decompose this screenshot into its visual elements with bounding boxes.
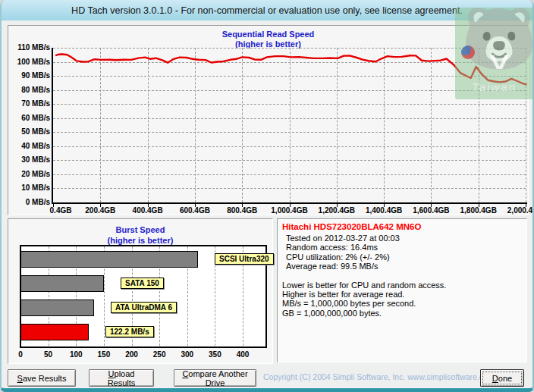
y-axis-line — [52, 48, 53, 202]
burst-plot: 050100150200250300350400SCSI Ultra320SAT… — [8, 219, 272, 363]
x-axis-label: 400.4GB — [133, 206, 163, 215]
window-title: HD Tach version 3.0.1.0 - For non-commer… — [71, 5, 463, 16]
x-axis-label: 300 — [181, 350, 193, 359]
hd-tach-window: HD Tach version 3.0.1.0 - For non-commer… — [0, 0, 534, 392]
v-gridline — [337, 48, 338, 202]
x-axis-label: 400 — [237, 350, 250, 359]
y-axis-label: 90 MB/s — [8, 71, 50, 80]
burst-bar-label: SATA 150 — [121, 278, 164, 289]
y-axis-label: 100 MB/s — [8, 58, 50, 66]
x-axis-label: 600.4GB — [180, 206, 210, 215]
x-axis-label: 1,800.4GB — [460, 206, 497, 215]
v-gridline — [100, 48, 101, 202]
x-axis-label: 0 — [18, 350, 23, 359]
title-bar[interactable]: HD Tach version 3.0.1.0 - For non-commer… — [2, 0, 532, 20]
read-speed-line — [8, 26, 529, 215]
info-note-line: MB/s = 1,000,000 bytes per second. — [282, 299, 523, 308]
y-axis-label: 80 MB/s — [8, 86, 50, 94]
sequential-read-chart-panel: Sequential Read Speed (higher is better)… — [8, 25, 529, 215]
info-gap — [282, 271, 523, 281]
x-axis-label: 1,400.4GB — [366, 206, 402, 215]
v-gridline — [195, 48, 196, 202]
v-gridline — [431, 48, 432, 202]
x-axis-label: 250 — [153, 350, 166, 359]
x-axis-label: 350 — [209, 350, 221, 359]
copyright-text: Copyright (C) 2004 Simpli Software, Inc.… — [263, 372, 476, 381]
x-axis-label: 1,200.4GB — [319, 206, 355, 215]
info-detail-line: Tested on 2012-03-27 at 00:03 — [282, 234, 523, 243]
x-axis-label: 800.4GB — [227, 206, 257, 215]
v-gridline — [526, 48, 526, 202]
info-note-line: Lower is better for CPU and random acces… — [282, 281, 523, 290]
y-axis-label: 70 MB/s — [8, 99, 50, 108]
burst-bar-label: 122.2 MB/s — [105, 326, 154, 337]
compare-another-drive-button[interactable]: Compare Another Drive — [174, 369, 256, 387]
x-axis-label: 200.4GB — [85, 206, 115, 215]
save-results-button[interactable]: Save Results — [8, 369, 76, 387]
x-axis-label: 50 — [44, 350, 52, 359]
y-axis-label: 0 MB/s — [8, 198, 50, 206]
v-gridline — [148, 48, 149, 202]
y-axis-label: 110 MB/s — [8, 43, 50, 52]
y-axis-label: 40 MB/s — [8, 142, 50, 150]
burst-bar — [20, 251, 198, 268]
drive-info-panel: Hitachi HDS723020BLA642 MN6O Tested on 2… — [277, 218, 527, 362]
info-note-line: Higher is better for average read. — [282, 290, 523, 299]
burst-bar — [20, 299, 94, 316]
info-detail-line: Average read: 99.5 MB/s — [282, 262, 523, 271]
x-axis-label: 200 — [125, 350, 138, 359]
x-axis-label: 150 — [98, 350, 111, 359]
x-axis-line — [52, 202, 527, 204]
v-gridline — [242, 48, 243, 202]
info-lines: Tested on 2012-03-27 at 00:03Random acce… — [282, 234, 523, 318]
y-axis-label: 10 MB/s — [8, 183, 50, 192]
v-gridline — [384, 48, 385, 202]
v-gridline — [290, 48, 291, 202]
upload-results-button[interactable]: Upload Results — [89, 369, 154, 387]
y-axis-label: 50 MB/s — [8, 127, 50, 136]
burst-bar — [20, 324, 89, 340]
burst-speed-chart-panel: Burst Speed (higher is better) 050100150… — [8, 218, 273, 364]
x-axis-label: 1,600.4GB — [413, 206, 449, 215]
x-axis-label: 1,000.4GB — [271, 206, 307, 215]
sequential-plot: 110 MB/s100 MB/s90 MB/s80 MB/s70 MB/s60 … — [8, 26, 528, 215]
done-button[interactable]: Done — [480, 369, 524, 387]
y-axis-label: 60 MB/s — [8, 114, 50, 122]
y-axis-label: 20 MB/s — [8, 170, 50, 178]
x-axis-label: 100 — [70, 350, 83, 359]
x-axis-label: 2,000.4GB — [507, 206, 534, 215]
drive-model-title: Hitachi HDS723020BLA642 MN6O — [282, 222, 421, 231]
x-axis-label: 0.4GB — [50, 206, 72, 215]
info-detail-line: Random access: 16.4ms — [282, 243, 523, 252]
y-axis-label: 30 MB/s — [8, 155, 50, 164]
burst-bar-label: SCSI Ultra320 — [215, 253, 274, 265]
info-detail-line: CPU utilization: 2% (+/- 2%) — [282, 252, 523, 262]
info-note-line: GB = 1,000,000,000 bytes. — [282, 309, 523, 318]
v-gridline — [479, 48, 479, 202]
burst-bar — [20, 275, 104, 292]
burst-bar-label: ATA UltraDMA 6 — [111, 302, 177, 313]
